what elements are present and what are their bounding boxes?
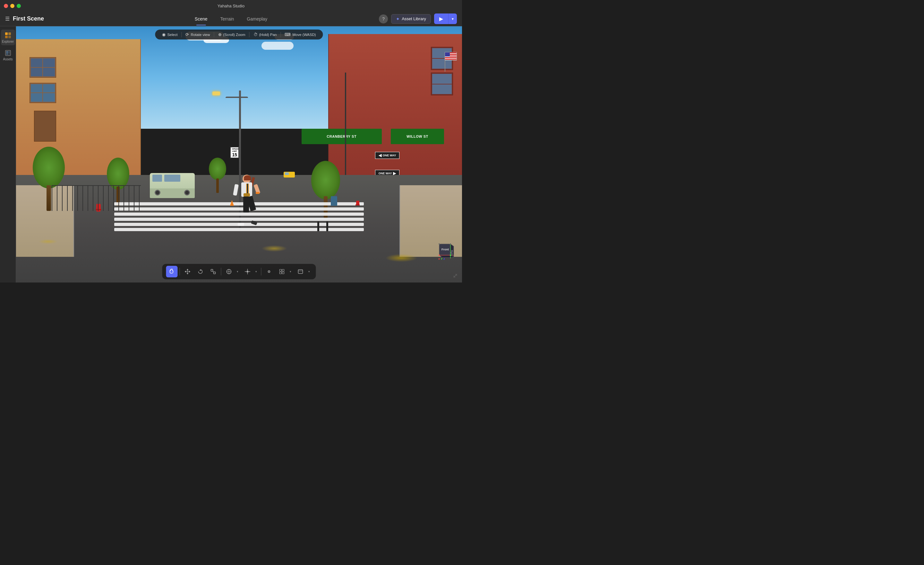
orientation-cube[interactable]: Front Right X Y Z xyxy=(438,242,457,261)
willow-st-label: WILLOW ST xyxy=(406,135,428,138)
frame-dropdown-arrow[interactable]: ▾ xyxy=(306,266,312,277)
chevron-down-icon-2: ▾ xyxy=(255,270,257,273)
gizmo-icon xyxy=(245,269,250,275)
rotate-icon xyxy=(198,269,203,275)
help-button[interactable]: ? xyxy=(379,15,388,23)
scale-tool-group xyxy=(208,266,219,277)
svg-rect-9 xyxy=(211,269,213,271)
play-button[interactable]: ▶ xyxy=(434,14,448,24)
resize-handle[interactable] xyxy=(453,273,458,278)
cube-visual: Front Right X Y Z xyxy=(438,242,455,260)
tool-separator-4 xyxy=(280,32,281,37)
hand-tool-button[interactable] xyxy=(166,266,178,277)
van xyxy=(150,173,195,198)
leaves-1 xyxy=(261,245,287,252)
assets-label: Assets xyxy=(3,57,12,61)
building-left-windows xyxy=(30,57,56,78)
titlebar: Yahaha Studio xyxy=(0,0,462,12)
asset-library-icon: ✦ xyxy=(396,17,400,21)
cranberry-st-label: CRANBERRY ST xyxy=(327,135,357,138)
svg-rect-6 xyxy=(8,51,10,53)
tool-separator-1 xyxy=(181,32,182,37)
tree-middle xyxy=(208,158,227,193)
svg-rect-2 xyxy=(5,36,8,38)
move-tool-group xyxy=(182,266,194,277)
us-flag xyxy=(445,52,458,61)
sidebar-item-explorer[interactable]: Explorer xyxy=(1,30,15,45)
explorer-icon xyxy=(4,32,12,39)
yellow-taxi xyxy=(284,172,295,177)
svg-rect-17 xyxy=(280,272,282,274)
rotate-tool-button[interactable] xyxy=(195,266,206,277)
asset-library-button[interactable]: ✦ Asset Library xyxy=(391,14,431,24)
tab-scene[interactable]: Scene xyxy=(189,15,213,23)
select-icon: ◉ xyxy=(162,32,165,37)
select-tool[interactable]: ◉ Select xyxy=(159,31,180,38)
gizmo-tool-group: ▾ xyxy=(242,266,259,277)
toolbar-right: ? ✦ Asset Library ▶ ▾ xyxy=(379,14,457,24)
svg-text:Front: Front xyxy=(441,248,449,251)
minimize-button[interactable] xyxy=(10,4,14,8)
cloud-3 xyxy=(261,42,294,50)
menu-icon[interactable]: ☰ xyxy=(5,16,10,22)
grid-tool-group: ▾ xyxy=(276,266,294,277)
main-viewport[interactable]: CRANBERRY ST WILLOW ST ◀ ONE WAY ONE WAY… xyxy=(16,26,462,282)
tab-bar: Scene Terrain Gameplay xyxy=(189,15,273,23)
svg-text:Right: Right xyxy=(450,250,453,255)
asset-library-label: Asset Library xyxy=(402,17,426,21)
gizmo-dropdown-arrow[interactable]: ▾ xyxy=(254,266,259,277)
transform-tool-button[interactable] xyxy=(223,266,235,277)
chevron-down-icon-4: ▾ xyxy=(308,270,310,273)
sidebar-item-assets[interactable]: Assets xyxy=(1,47,15,63)
svg-rect-19 xyxy=(298,270,303,273)
orientation-cube-svg: Front Right X Y Z xyxy=(438,242,455,260)
grid-tool-button[interactable] xyxy=(276,266,288,277)
tool-separator-2 xyxy=(214,32,214,37)
viewport-top-toolbar: ◉ Select ⟳ Rotate view ⊕ (Scroll) Zoom ⏱… xyxy=(155,30,323,39)
zoom-tool[interactable]: ⊕ (Scroll) Zoom xyxy=(216,31,248,38)
scale-tool-button[interactable] xyxy=(208,266,219,277)
rotate-view-tool[interactable]: ⟳ Rotate view xyxy=(183,31,212,38)
tool-separator-3 xyxy=(249,32,250,37)
rotate-tool-group xyxy=(195,266,206,277)
frame-tool-button[interactable] xyxy=(295,266,306,277)
viewport-container: Explorer Assets xyxy=(0,26,462,282)
svg-point-27 xyxy=(439,243,440,245)
streetlight-arm xyxy=(225,97,248,98)
svg-rect-7 xyxy=(6,53,8,54)
move-tool-button[interactable] xyxy=(182,266,194,277)
window-title: Yahaha Studio xyxy=(218,3,244,8)
svg-point-14 xyxy=(269,271,270,272)
close-button[interactable] xyxy=(4,4,8,8)
move-icon xyxy=(185,269,190,275)
move-wasd-tool[interactable]: ⌨ Move (WASD) xyxy=(282,31,318,38)
maximize-button[interactable] xyxy=(16,4,21,8)
scene-art: CRANBERRY ST WILLOW ST ◀ ONE WAY ONE WAY… xyxy=(16,26,462,282)
pivot-icon xyxy=(266,269,272,275)
traffic-lights xyxy=(4,4,21,8)
fire-hydrant-right xyxy=(356,201,359,206)
leaves-2 xyxy=(386,254,417,262)
pan-tool[interactable]: ⏱ (Hold) Pan xyxy=(251,31,279,38)
tab-terrain[interactable]: Terrain xyxy=(214,15,240,23)
bottom-sep-3 xyxy=(261,268,261,275)
play-button-group: ▶ ▾ xyxy=(434,14,457,24)
svg-rect-16 xyxy=(282,269,284,271)
speed-limit-sign: SPEED LIMIT 15 xyxy=(230,147,239,158)
svg-point-12 xyxy=(247,270,249,272)
tab-gameplay[interactable]: Gameplay xyxy=(241,15,273,23)
mailbox-right xyxy=(331,196,337,206)
pan-icon: ⏱ xyxy=(254,32,258,37)
svg-rect-15 xyxy=(280,269,282,271)
rotate-view-icon: ⟳ xyxy=(186,32,189,37)
grid-dropdown-arrow[interactable]: ▾ xyxy=(288,266,294,277)
frame-tool-group: ▾ xyxy=(295,266,312,277)
gizmo-tool-button[interactable] xyxy=(242,266,254,277)
svg-text:Y: Y xyxy=(441,257,443,260)
svg-point-30 xyxy=(450,255,451,256)
pivot-button[interactable] xyxy=(263,266,275,277)
transform-dropdown-arrow[interactable]: ▾ xyxy=(235,266,241,277)
play-dropdown-button[interactable]: ▾ xyxy=(448,14,457,24)
assets-icon xyxy=(4,49,12,57)
scene-title: First Scene xyxy=(13,15,44,22)
